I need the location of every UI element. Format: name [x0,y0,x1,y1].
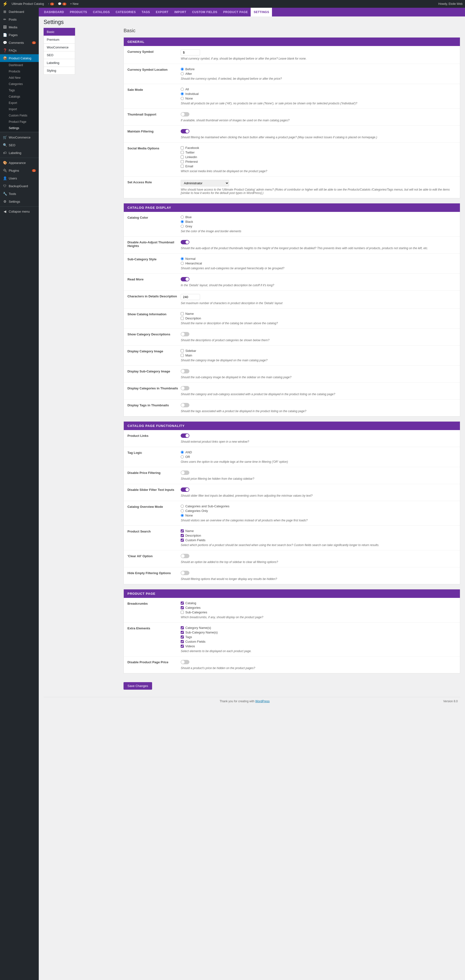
nav-import[interactable]: IMPORT [172,8,190,16]
catalog-color-black-radio[interactable] [181,220,184,223]
sidebar-item-settings[interactable]: ⚙ Settings [0,197,39,205]
nav-dashboard[interactable]: DASHBOARD [41,8,67,16]
sale-mode-all-radio[interactable] [181,88,184,91]
disable-price-filter-toggle[interactable] [181,471,190,475]
nav-tags[interactable]: TAGS [139,8,153,16]
sidebar-item-media[interactable]: 🖼 Media [0,23,39,31]
sidebar-item-posts[interactable]: ✏ Posts [0,16,39,23]
tab-basic[interactable]: Basic [44,28,75,36]
read-more-toggle[interactable] [181,277,190,282]
nav-custom-fields[interactable]: CUSTOM FIELDS [189,8,220,16]
pc-submenu-tags[interactable]: Tags [0,87,39,94]
pc-submenu-export[interactable]: Export [0,100,39,106]
tab-seo[interactable]: SEO [44,51,75,59]
hide-empty-filter-toggle[interactable] [181,571,190,575]
breadcrumb-catalog-checkbox[interactable] [181,601,184,605]
display-cats-thumbnails-toggle[interactable] [181,386,190,390]
tab-styling[interactable]: Styling [44,67,75,75]
sidebar-item-tools[interactable]: 🔧 Tools [0,190,39,197]
extra-custom-fields-checkbox[interactable] [181,640,184,643]
pc-submenu-catalogs[interactable]: Catalogs [0,94,39,100]
display-subcat-image-toggle[interactable] [181,369,190,374]
nav-export[interactable]: EXPORT [153,8,171,16]
nav-catalogs[interactable]: CATALOGS [90,8,113,16]
social-pinterest-checkbox[interactable] [181,160,184,163]
sidebar-item-woocommerce[interactable]: 🛒 WooCommerce [0,134,39,141]
tag-logic-and-radio[interactable] [181,451,184,454]
sidebar-collapse-button[interactable]: ◀ Collapse menu [0,207,39,215]
catalog-info-name-checkbox[interactable] [181,312,184,315]
sub-cat-normal-radio[interactable] [181,257,184,260]
save-changes-button[interactable]: Save Changes [124,682,152,690]
tab-labelling[interactable]: Labelling [44,59,75,67]
catalog-info-desc-checkbox[interactable] [181,317,184,320]
show-cat-desc-toggle[interactable] [181,332,190,336]
breadcrumb-categories-checkbox[interactable] [181,606,184,609]
nav-products[interactable]: PRODUCTS [67,8,90,16]
sidebar-item-labelling[interactable]: 🏷 Labelling [0,149,39,157]
tab-woocommerce[interactable]: WooCommerce [44,43,75,51]
pc-submenu-product-page[interactable]: Product Page [0,119,39,125]
nav-settings[interactable]: SETTINGS [251,8,272,16]
tab-premium[interactable]: Premium [44,36,75,43]
site-name[interactable]: Ultimate Product Catalog [12,2,44,6]
clear-all-toggle[interactable] [181,554,190,558]
sidebar-item-pages[interactable]: 📄 Pages [0,31,39,39]
overview-cats-only-radio[interactable] [181,509,184,512]
sidebar-item-plugins[interactable]: 🔌 Plugins 1 [0,167,39,174]
new-content-button[interactable]: + New [70,2,78,6]
disable-slider-filter-toggle[interactable] [181,487,190,492]
sidebar-item-backupguard[interactable]: 🛡 BackupGuard [0,182,39,190]
social-twitter-checkbox[interactable] [181,151,184,154]
currency-symbol-input[interactable] [181,49,200,56]
sidebar-item-dashboard[interactable]: ⊞ Dashboard [0,8,39,16]
pc-submenu-addnew[interactable]: Add New [0,75,39,81]
sidebar-item-faqs[interactable]: ❓ FAQs [0,46,39,54]
thumbnail-support-toggle[interactable] [181,112,190,116]
pc-submenu-dashboard[interactable]: Dashboard [0,62,39,68]
catalog-color-blue-radio[interactable] [181,216,184,219]
footer-wordpress-link[interactable]: WordPress [255,700,269,703]
overview-cats-subcats-radio[interactable] [181,505,184,508]
pc-submenu-settings[interactable]: Settings [0,125,39,131]
sidebar-item-users[interactable]: 👤 Users [0,174,39,182]
pc-submenu-categories[interactable]: Categories [0,81,39,87]
breadcrumb-subcategories-checkbox[interactable] [181,611,184,614]
extra-subcategory-names-checkbox[interactable] [181,631,184,634]
disable-product-price-toggle[interactable] [181,660,190,664]
access-role-select[interactable]: Administrator Editor Author Contributor … [181,180,229,186]
sale-mode-individual-radio[interactable] [181,92,184,95]
search-custom-fields-checkbox[interactable] [181,539,184,542]
overview-none-radio[interactable] [181,514,184,517]
pc-submenu-products[interactable]: Products [0,68,39,75]
catalog-color-grey-radio[interactable] [181,225,184,228]
currency-before-radio[interactable] [181,68,184,71]
updates-item[interactable]: ↑ 1 [48,2,54,6]
sub-cat-hierarchical-radio[interactable] [181,262,184,265]
maintain-filtering-toggle[interactable] [181,129,190,134]
nav-categories[interactable]: CATEGORIES [113,8,139,16]
social-linkedin-checkbox[interactable] [181,156,184,159]
pc-submenu-import[interactable]: Import [0,106,39,112]
comments-item[interactable]: 💬 1 [58,2,66,6]
extra-category-names-checkbox[interactable] [181,626,184,629]
sidebar-item-appearance[interactable]: 🎨 Appearance [0,159,39,167]
cat-image-main-checkbox[interactable] [181,354,184,357]
disable-auto-adjust-toggle[interactable] [181,240,190,244]
pc-submenu-custom-fields[interactable]: Custom Fields [0,112,39,119]
cat-image-sidebar-checkbox[interactable] [181,349,184,352]
tag-logic-or-radio[interactable] [181,455,184,458]
search-name-checkbox[interactable] [181,529,184,533]
social-facebook-checkbox[interactable] [181,146,184,150]
extra-videos-checkbox[interactable] [181,644,184,648]
characters-desc-input[interactable] [181,294,200,300]
extra-tags-checkbox[interactable] [181,635,184,639]
sale-mode-none-radio[interactable] [181,97,184,100]
product-links-toggle[interactable] [181,433,190,438]
search-desc-checkbox[interactable] [181,534,184,537]
sidebar-item-product-catalog[interactable]: 📦 Product Catalog [0,54,39,62]
nav-product-page[interactable]: PRODUCT PAGE [220,8,251,16]
sidebar-item-seo[interactable]: 🔍 SEO [0,141,39,149]
display-tags-thumbnails-toggle[interactable] [181,403,190,407]
currency-after-radio[interactable] [181,72,184,75]
